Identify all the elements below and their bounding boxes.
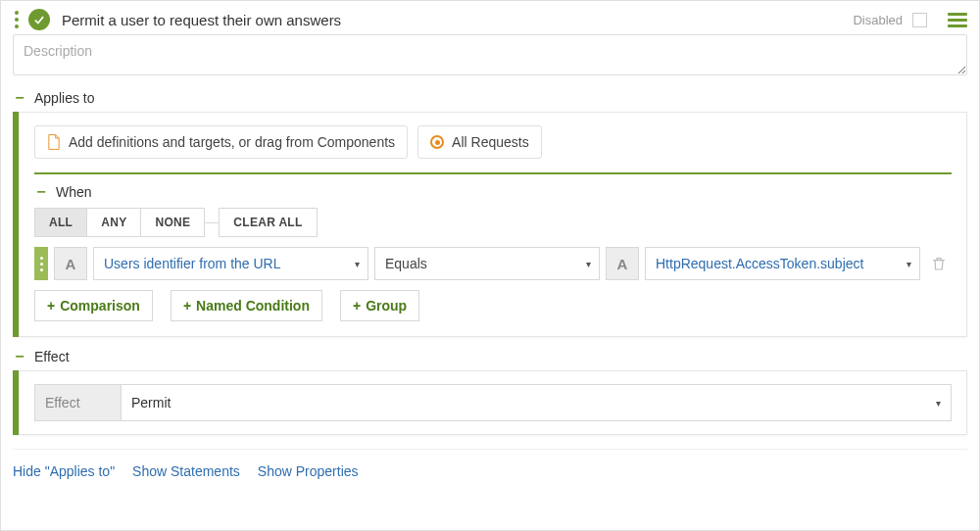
- when-block: − When ALL ANY NONE CLEAR ALL A Users id…: [34, 174, 952, 321]
- policy-rule-editor: Permit a user to request their own answe…: [0, 0, 980, 531]
- add-definitions-label: Add definitions and targets, or drag fro…: [69, 134, 395, 150]
- clear-all-button[interactable]: CLEAR ALL: [219, 208, 317, 237]
- show-statements-link[interactable]: Show Statements: [132, 463, 240, 479]
- applies-to-actions: Add definitions and targets, or drag fro…: [34, 125, 952, 174]
- operator-text: Equals: [385, 256, 427, 271]
- disabled-toggle[interactable]: Disabled: [853, 10, 930, 30]
- applies-to-panel: Add definitions and targets, or drag fro…: [13, 112, 967, 337]
- add-group-button[interactable]: Group: [340, 290, 419, 321]
- operator-dropdown[interactable]: Equals ▾: [374, 247, 600, 280]
- applies-to-header: − Applies to: [1, 78, 979, 112]
- chevron-down-icon: ▾: [906, 259, 911, 269]
- effect-value: Permit: [131, 395, 171, 410]
- delete-condition-button[interactable]: [926, 247, 952, 280]
- when-label: When: [56, 184, 92, 200]
- add-named-condition-button[interactable]: Named Condition: [171, 290, 322, 321]
- add-condition-row: Comparison Named Condition Group: [34, 290, 952, 321]
- rule-header: Permit a user to request their own answe…: [1, 1, 979, 34]
- effect-dropdown[interactable]: Permit ▾: [121, 384, 952, 421]
- chevron-down-icon: ▾: [586, 259, 591, 269]
- add-comparison-button[interactable]: Comparison: [34, 290, 153, 321]
- effect-panel: Effect Permit ▾: [13, 370, 967, 435]
- collapse-icon[interactable]: −: [13, 349, 26, 364]
- segment-connector: [205, 222, 219, 223]
- collapse-icon[interactable]: −: [13, 90, 26, 106]
- trash-icon: [931, 256, 947, 271]
- effect-row: Effect Permit ▾: [34, 384, 952, 421]
- when-header: − When: [34, 184, 952, 200]
- add-definitions-button[interactable]: Add definitions and targets, or drag fro…: [34, 125, 408, 159]
- effect-section-label: Effect: [34, 349, 70, 364]
- right-attribute-text: HttpRequest.AccessToken.subject: [656, 256, 863, 271]
- target-icon: [430, 135, 444, 149]
- add-named-condition-label: Named Condition: [196, 298, 310, 314]
- effect-field-label: Effect: [34, 384, 121, 421]
- left-attribute-text: Users identifier from the URL: [104, 256, 281, 271]
- right-attribute-dropdown[interactable]: HttpRequest.AccessToken.subject ▾: [645, 247, 920, 280]
- show-properties-link[interactable]: Show Properties: [258, 463, 359, 479]
- segment-any[interactable]: ANY: [87, 208, 141, 237]
- document-plus-icon: [47, 134, 61, 150]
- all-requests-label: All Requests: [452, 134, 529, 150]
- description-input[interactable]: [13, 34, 967, 75]
- segment-all[interactable]: ALL: [34, 208, 87, 237]
- chevron-down-icon: ▾: [936, 398, 941, 409]
- left-attribute-dropdown[interactable]: Users identifier from the URL ▾: [93, 247, 368, 280]
- all-requests-button[interactable]: All Requests: [417, 125, 542, 159]
- add-comparison-label: Comparison: [60, 298, 140, 314]
- left-attribute-prefix: A: [54, 247, 87, 280]
- chevron-down-icon: ▾: [355, 259, 360, 269]
- segment-none[interactable]: NONE: [141, 208, 205, 237]
- menu-icon[interactable]: [948, 13, 967, 27]
- right-attribute-prefix: A: [606, 247, 639, 280]
- effect-header: − Effect: [1, 337, 979, 370]
- rule-title: Permit a user to request their own answe…: [62, 12, 341, 28]
- condition-row: A Users identifier from the URL ▾ Equals…: [34, 247, 952, 280]
- description-row: [1, 34, 979, 78]
- check-circle-icon: [28, 9, 50, 30]
- disabled-checkbox[interactable]: [912, 13, 927, 27]
- drag-handle-icon[interactable]: [13, 11, 21, 28]
- when-segments: ALL ANY NONE CLEAR ALL: [34, 208, 952, 237]
- applies-to-label: Applies to: [34, 90, 94, 106]
- add-group-label: Group: [366, 298, 407, 314]
- condition-drag-handle-icon[interactable]: [34, 247, 48, 280]
- footer-links: Hide "Applies to" Show Statements Show P…: [13, 449, 967, 479]
- hide-applies-to-link[interactable]: Hide "Applies to": [13, 463, 115, 479]
- disabled-label: Disabled: [853, 13, 903, 27]
- collapse-icon[interactable]: −: [34, 184, 48, 200]
